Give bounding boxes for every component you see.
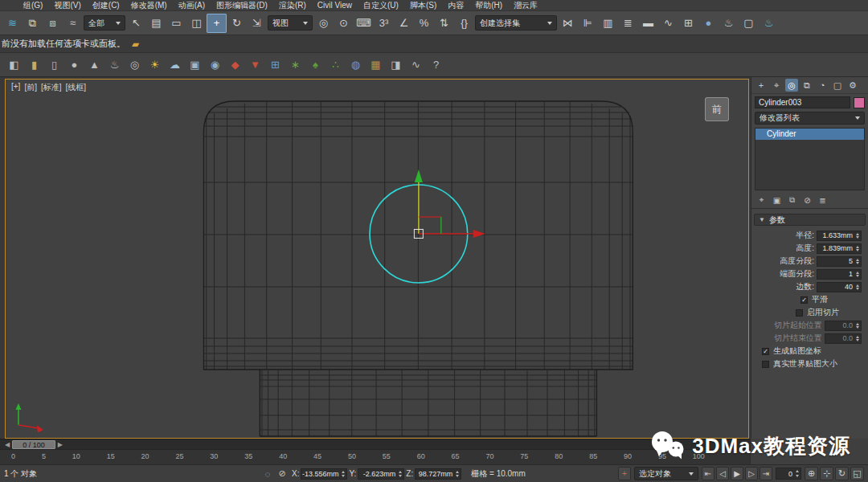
select-by-name-icon[interactable]: ▤ [146, 14, 166, 33]
material-editor-icon[interactable]: ● [698, 14, 719, 33]
lock-selection-icon[interactable]: ⊘ [276, 468, 289, 480]
camera-icon[interactable]: ▣ [186, 55, 204, 74]
snap-toggle-3d-icon[interactable]: 3³ [374, 14, 394, 33]
play-button[interactable]: ▶ [731, 467, 743, 480]
current-frame-input[interactable]: 0 [776, 468, 801, 480]
flask-icon[interactable]: ▼ [246, 55, 264, 74]
hierarchy-tab-icon[interactable]: ⧉ [800, 79, 813, 92]
display-tab-icon[interactable]: ▢ [831, 79, 844, 92]
spinner-snap-icon[interactable]: ⇅ [434, 14, 454, 33]
angle-snap-icon[interactable]: ∠ [394, 14, 414, 33]
smooth-checkbox[interactable]: ✓ [800, 296, 808, 304]
real-world-map-size-checkbox[interactable] [762, 361, 769, 368]
configure-modifier-sets-icon[interactable]: ≣ [817, 194, 829, 206]
use-pivot-center-icon[interactable]: ◎ [313, 14, 334, 33]
red-material-icon[interactable]: ◆ [226, 55, 244, 74]
select-and-scale-icon[interactable]: ⇲ [247, 14, 267, 33]
stack-item-cylinder[interactable]: Cylinder [755, 129, 864, 140]
make-unique-icon[interactable]: ⧉ [786, 194, 798, 206]
help-icon[interactable]: ? [427, 55, 445, 74]
menu-help[interactable]: 帮助(H) [469, 0, 508, 11]
slice-from-input[interactable]: 0.0 [825, 321, 862, 331]
box-primitive-icon[interactable]: ▮ [25, 55, 43, 74]
z-coordinate-input[interactable]: 98.727mm [415, 468, 461, 480]
go-to-end-icon[interactable]: ⇥ [760, 467, 772, 480]
height-input[interactable]: 1.839mm [817, 243, 862, 254]
green-tree-icon[interactable]: ♠ [306, 55, 325, 74]
time-slider-handle[interactable]: 0 / 100 [12, 440, 55, 449]
blue-shape-icon[interactable]: ◍ [346, 55, 365, 74]
scene-explorer-icon[interactable]: ▥ [598, 14, 618, 33]
generate-mapping-coords-checkbox[interactable]: ✓ [762, 348, 769, 355]
motion-tab-icon[interactable]: ◔ [816, 79, 829, 92]
object-name-field[interactable]: Cylinder003 [755, 96, 850, 108]
keyboard-override-icon[interactable]: ⌨ [354, 14, 374, 33]
orbit-icon[interactable]: ↻ [835, 467, 849, 480]
height-segments-input[interactable]: 5 [817, 256, 862, 267]
viewport-shading-menu[interactable]: [线框] [66, 82, 87, 93]
key-filter-dropdown[interactable]: 选定对象 [634, 467, 698, 480]
previous-frame-icon[interactable]: ◁ [716, 467, 729, 480]
spray-icon[interactable]: ∴ [326, 55, 345, 74]
viewport-general-menu[interactable]: [+] [11, 82, 20, 93]
curve-editor-icon[interactable]: ∿ [658, 14, 678, 33]
edit-named-selection-sets-icon[interactable]: {} [454, 14, 474, 33]
geosphere-icon[interactable]: ◉ [206, 55, 224, 74]
min-max-toggle-icon[interactable]: ◧ [5, 55, 23, 74]
menu-graph-editors[interactable]: 图形编辑器(D) [211, 0, 273, 11]
pan-icon[interactable]: ⊹ [820, 467, 833, 480]
cone-primitive-icon[interactable]: ▲ [85, 55, 104, 74]
ribbon-toggle-icon[interactable]: ▬ [638, 14, 658, 33]
x-coordinate-input[interactable]: -13.556mm [301, 468, 347, 480]
menu-liuyunku[interactable]: 溜云库 [508, 0, 543, 11]
sun-light-icon[interactable]: ☀ [145, 55, 164, 74]
front-viewport[interactable]: [+][前][标准][线框] 前 [5, 79, 749, 439]
app-logo-icon[interactable]: ≋ [2, 14, 23, 33]
render-production-icon[interactable]: ♨ [759, 14, 779, 33]
menu-scripting[interactable]: 脚本(S) [404, 0, 442, 11]
ribbon-panel-icon[interactable]: ▰ [132, 39, 139, 50]
rect-selection-region-icon[interactable]: ▭ [166, 14, 186, 33]
render-setup-icon[interactable]: ♨ [719, 14, 739, 33]
object-color-swatch[interactable] [854, 97, 865, 108]
menu-civil-view[interactable]: Civil View [312, 1, 358, 10]
sky-icon[interactable]: ☁ [166, 55, 184, 74]
zoom-icon[interactable]: ⊕ [805, 467, 818, 480]
show-end-result-icon[interactable]: ▣ [771, 194, 783, 206]
radius-input[interactable]: 1.633mm [817, 231, 862, 241]
loft-icon[interactable]: ∿ [407, 55, 425, 74]
next-frame-icon[interactable]: ▷ [745, 467, 758, 480]
track-bar[interactable]: 0510152025303540455055606570758085909510… [0, 449, 750, 464]
modifier-stack[interactable]: Cylinder [755, 128, 865, 190]
plus-icon[interactable]: + [755, 79, 768, 92]
mirror-icon[interactable]: ⋈ [558, 14, 578, 33]
percent-snap-icon[interactable]: % [414, 14, 434, 33]
named-selection-sets-dropdown[interactable]: 创建选择集 [475, 15, 557, 31]
selection-filter-dropdown[interactable]: 全部 [84, 15, 125, 31]
align-icon[interactable]: ⊫ [578, 14, 598, 33]
select-and-manipulate-icon[interactable]: ⊙ [334, 14, 354, 33]
parameters-rollout-header[interactable]: ▼ 参数 [754, 214, 866, 226]
next-frame-arrow[interactable]: ▶ [58, 441, 63, 448]
pin-stack-icon[interactable]: ⌖ [755, 194, 768, 206]
utilities-tab-icon[interactable]: ⚙ [846, 79, 859, 92]
viewcube[interactable]: 前 [705, 97, 729, 121]
bind-to-spacewarp-icon[interactable]: ≈ [63, 14, 83, 33]
torus-primitive-icon[interactable]: ◎ [125, 55, 144, 74]
blue-helper-icon[interactable]: ⊞ [266, 55, 285, 74]
isolate-selection-icon[interactable]: ◌ [261, 468, 274, 480]
modify-tab-icon[interactable]: ◎ [785, 79, 798, 92]
y-coordinate-input[interactable]: -2.623mm [358, 468, 404, 480]
go-to-start-icon[interactable]: ⇤ [702, 467, 714, 480]
select-object-icon[interactable]: ↖ [126, 14, 146, 33]
cylinder-primitive-icon[interactable]: ▯ [45, 55, 63, 74]
reference-coordinate-dropdown[interactable]: 视图 [268, 15, 313, 31]
rendered-frame-icon[interactable]: ▢ [739, 14, 759, 33]
menu-views[interactable]: 视图(V) [48, 0, 86, 11]
green-foliage-icon[interactable]: ∗ [286, 55, 305, 74]
new-key-button[interactable]: + [618, 467, 631, 480]
window-crossing-icon[interactable]: ◫ [186, 14, 207, 33]
sides-input[interactable]: 40 [817, 282, 862, 292]
time-slider[interactable]: ◀ 0 / 100 ▶ [0, 439, 750, 449]
cap-segments-input[interactable]: 1 [817, 269, 862, 280]
